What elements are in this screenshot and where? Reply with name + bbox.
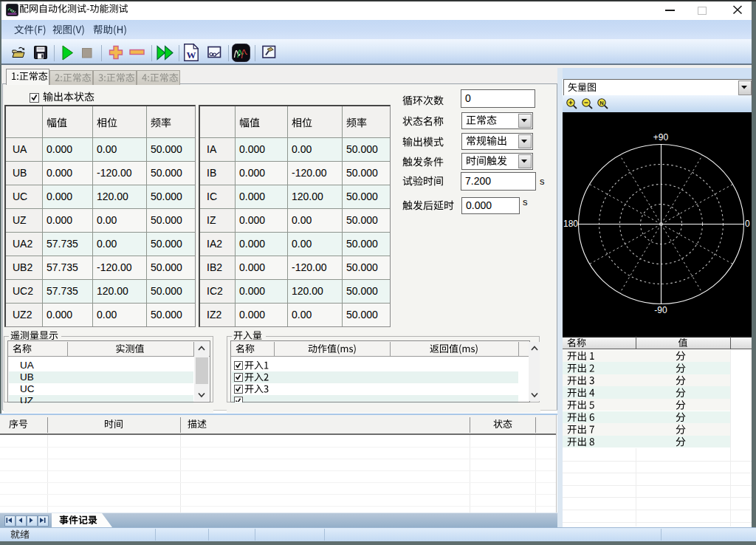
svg-text:W: W <box>187 49 196 61</box>
svg-text:N: N <box>599 100 603 106</box>
